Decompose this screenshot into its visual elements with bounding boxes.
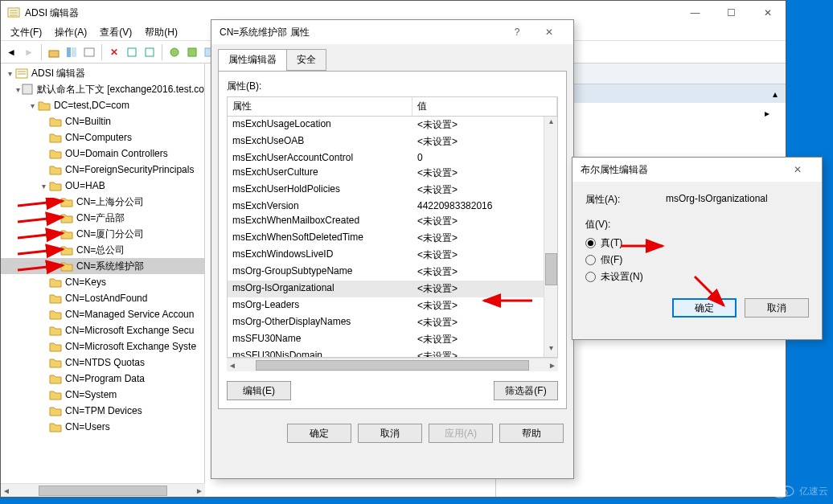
list-v-scrollbar[interactable]: ▴ ▾ (544, 117, 557, 357)
folder-icon (15, 67, 28, 80)
attribute-row[interactable]: msExchWhenMailboxCreated<未设置> (228, 213, 557, 230)
tree-hab-child-3[interactable]: CN=总公司 (1, 242, 204, 258)
tree-root[interactable]: ▾ADSI 编辑器 (1, 65, 204, 81)
tree-item-b-0[interactable]: CN=Keys (1, 274, 204, 290)
minimize-button[interactable]: — (677, 1, 713, 25)
tree-item-b-3[interactable]: CN=Microsoft Exchange Secu (1, 322, 204, 338)
ok-button[interactable]: 确定 (287, 424, 351, 443)
attribute-row[interactable]: msExchWhenSoftDeletedTime<未设置> (228, 230, 557, 247)
tree-ou-hab[interactable]: ▾OU=HAB (1, 178, 204, 194)
tree-item-label: CN=System (65, 389, 117, 400)
attribute-row[interactable]: msExchUserCulture<未设置> (228, 165, 557, 182)
radio-true[interactable]: 真(T) (585, 236, 809, 250)
radio-unset[interactable]: 未设置(N) (585, 270, 809, 284)
attribute-row[interactable]: msSFU30NisDomain<未设置> (228, 348, 557, 358)
tool-button-2[interactable] (185, 45, 199, 59)
tree-item-3[interactable]: CN=ForeignSecurityPrincipals (1, 162, 204, 178)
tree-item-b-6[interactable]: CN=Program Data (1, 371, 204, 387)
back-button[interactable]: ◄ (4, 45, 18, 59)
tree-hab-child-2[interactable]: CN=厦门分公司 (1, 226, 204, 242)
tree-item-b-9[interactable]: CN=Users (1, 419, 204, 435)
filter-button[interactable]: 筛选器(F) (494, 381, 558, 400)
attribute-row[interactable]: msExchUsageLocation<未设置> (228, 117, 557, 133)
tree-item-0[interactable]: CN=Builtin (1, 113, 204, 129)
attribute-list[interactable]: msExchUsageLocation<未设置>msExchUseOAB<未设置… (227, 117, 558, 358)
tree-item-b-1[interactable]: CN=LostAndFound (1, 290, 204, 306)
folder-icon (60, 260, 73, 272)
attribute-row[interactable]: msExchUserHoldPolicies<未设置> (228, 182, 557, 199)
attribute-row[interactable]: msOrg-IsOrganizational<未设置> (228, 281, 557, 297)
tab-body: 属性(B): 属性 值 msExchUsageLocation<未设置>msEx… (218, 71, 567, 409)
menu-view[interactable]: 查看(V) (93, 24, 138, 41)
attribute-row[interactable]: msOrg-OtherDisplayNames<未设置> (228, 314, 557, 331)
edit-button[interactable]: 编辑(E) (227, 381, 291, 400)
dialog-titlebar[interactable]: 布尔属性编辑器 ✕ (572, 158, 822, 182)
boolean-editor-dialog: 布尔属性编辑器 ✕ 属性(A): msOrg-IsOrganizational … (572, 157, 823, 340)
tree-item-b-5[interactable]: CN=NTDS Quotas (1, 354, 204, 371)
tool-button-1[interactable] (167, 45, 182, 59)
tree-hab-child-4[interactable]: CN=系统维护部 (1, 258, 204, 274)
close-button[interactable]: ✕ (533, 27, 565, 38)
folder-icon (49, 292, 62, 305)
dialog-footer: 确定 取消 应用(A) 帮助 (211, 416, 573, 451)
menu-action[interactable]: 操作(A) (48, 24, 93, 41)
svg-rect-1 (49, 51, 59, 57)
maximize-button[interactable]: ☐ (713, 1, 749, 25)
attr-name: msOrg-GroupSubtypeName (228, 264, 412, 280)
tree-pane[interactable]: ▾ADSI 编辑器▾默认命名上下文 [exchange2016.test.co▾… (1, 64, 205, 497)
tree-hab-child-0[interactable]: CN=上海分公司 (1, 194, 204, 210)
export-button[interactable] (142, 45, 157, 59)
svg-point-7 (170, 48, 178, 56)
ok-button[interactable]: 确定 (672, 298, 737, 318)
attr-name: msExchUseOAB (228, 134, 412, 150)
tree-item-b-8[interactable]: CN=TPM Devices (1, 403, 204, 419)
attribute-row[interactable]: msExchVersion44220983382016 (228, 199, 557, 213)
help-button[interactable]: ? (501, 27, 533, 38)
tab-security[interactable]: 安全 (286, 49, 326, 71)
folder-icon (49, 308, 62, 321)
dialog-titlebar[interactable]: CN=系统维护部 属性 ? ✕ (211, 20, 573, 44)
folder-icon (49, 276, 62, 289)
tab-attribute-editor[interactable]: 属性编辑器 (218, 49, 287, 71)
tree-hab-child-1[interactable]: CN=产品部 (1, 210, 204, 226)
close-button[interactable]: ✕ (782, 164, 814, 175)
tree-item-2[interactable]: OU=Domain Controllers (1, 145, 204, 162)
menu-file[interactable]: 文件(F) (4, 24, 48, 41)
tree-dc[interactable]: ▾DC=test,DC=com (1, 97, 204, 113)
attribute-row[interactable]: msOrg-GroupSubtypeName<未设置> (228, 264, 557, 281)
folder-icon (60, 211, 73, 224)
apply-button[interactable]: 应用(A) (429, 424, 493, 443)
help-button[interactable]: 帮助 (499, 424, 564, 443)
tree-item-label: CN=系统维护部 (76, 260, 144, 273)
col-value[interactable]: 值 (412, 97, 557, 116)
tree-h-scrollbar[interactable]: ◄ ► (1, 483, 205, 497)
delete-button[interactable]: ✕ (107, 45, 121, 59)
list-h-scrollbar[interactable]: ◄ ► (227, 358, 558, 371)
radio-false[interactable]: 假(F) (585, 253, 809, 267)
tree-naming-context[interactable]: ▾默认命名上下文 [exchange2016.test.co (1, 81, 204, 97)
attribute-row[interactable]: msExchWindowsLiveID<未设置> (228, 247, 557, 264)
folder-icon (49, 147, 62, 160)
attribute-row[interactable]: msSFU30Name<未设置> (228, 331, 557, 348)
cancel-button[interactable]: 取消 (358, 424, 422, 443)
properties-button[interactable] (82, 45, 96, 59)
menu-help[interactable]: 帮助(H) (138, 24, 184, 41)
show-hide-tree-button[interactable] (64, 45, 79, 59)
attribute-row[interactable]: msExchUseOAB<未设置> (228, 133, 557, 150)
close-button[interactable]: ✕ (749, 1, 786, 25)
cancel-button[interactable]: 取消 (745, 298, 809, 318)
col-attribute[interactable]: 属性 (228, 97, 412, 116)
tree-item-label: CN=总公司 (76, 244, 125, 257)
tree-item-1[interactable]: CN=Computers (1, 129, 204, 145)
folder-icon (49, 404, 62, 417)
tree-item-b-2[interactable]: CN=Managed Service Accoun (1, 306, 204, 322)
attr-name: msOrg-IsOrganizational (228, 281, 412, 297)
refresh-button[interactable] (125, 45, 139, 59)
up-button[interactable] (47, 45, 61, 59)
tree-item-b-4[interactable]: CN=Microsoft Exchange Syste (1, 338, 204, 354)
tree-item-b-7[interactable]: CN=System (1, 387, 204, 403)
attribute-row[interactable]: msOrg-Leaders<未设置> (228, 297, 557, 314)
attr-name: msExchVersion (228, 199, 412, 212)
forward-button[interactable]: ► (22, 45, 36, 59)
attribute-row[interactable]: msExchUserAccountControl0 (228, 150, 557, 165)
